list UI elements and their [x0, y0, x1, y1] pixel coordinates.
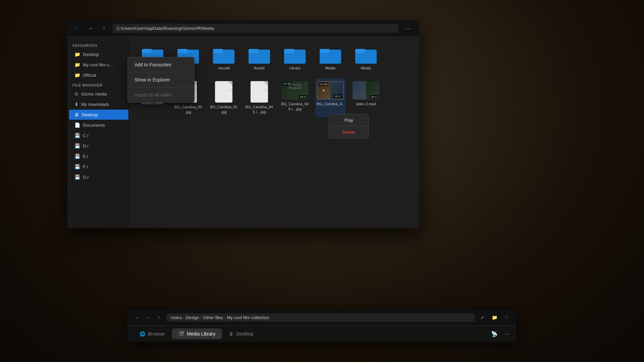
file-label-video2: video 2.mp4 — [356, 102, 376, 106]
sidebar-item-g-drive[interactable]: 💾 G:/ — [69, 172, 128, 182]
f-drive-icon: 💾 — [74, 164, 80, 169]
dropdown-add-favourites[interactable]: Add to Favourites — [128, 57, 194, 72]
sidebar-item-documents[interactable]: 📄 Documents — [69, 120, 128, 130]
more-icon[interactable]: ⋯ — [503, 329, 511, 339]
file-label-bg03: BG_Carolina_03.jpg — [174, 105, 202, 114]
folder-icon-library — [284, 46, 306, 64]
sidebar-item-desktop-fav[interactable]: 📁 Desktop — [69, 49, 128, 59]
taskbar: ← → ↑ Users › Design › Other files › My … — [127, 309, 517, 342]
favourites-label: FAVOURITES — [67, 41, 130, 49]
sidebar-item-d-drive[interactable]: 💾 D:/ — [69, 141, 128, 151]
dropdown-show-explorer[interactable]: Show in Explorer — [128, 72, 194, 87]
breadcrumb-other-files[interactable]: Other files — [203, 315, 223, 320]
video-size-badge-selected: 3.0 Gb — [318, 82, 328, 86]
sidebar-label-cool-film: My cool film c... — [83, 62, 113, 67]
folder-library[interactable]: Library — [280, 44, 310, 73]
breadcrumb-bar: ← → ↑ Users › Design › Other files › My … — [127, 309, 517, 326]
file-bg-carolina-02[interactable]: BG_Carolina_02.jpg — [209, 78, 239, 117]
back-button[interactable]: ← — [72, 24, 82, 33]
sidebar-item-cool-film[interactable]: 📁 My cool film c... — [69, 60, 128, 70]
c-drive-icon: 💾 — [74, 133, 80, 138]
content-area: FAVOURITES 📁 Desktop 📁 My cool film c...… — [67, 37, 419, 228]
context-delete-button[interactable]: Delete — [329, 126, 369, 138]
more-options-button[interactable]: ⋯ — [402, 23, 414, 34]
sidebar-label-e-drive: E:/ — [83, 154, 88, 159]
sidebar-label-c-drive: C:/ — [83, 133, 89, 138]
breadcrumb-forward-button[interactable]: → — [144, 313, 153, 322]
file-manager-label: FILE MANAGER — [67, 80, 130, 88]
video-time-selected: 35:17 — [334, 95, 342, 98]
breadcrumb-my-cool-film[interactable]: My cool film collection — [227, 315, 269, 320]
file-label-bg045: BG_Carolina_045 l....jpg — [246, 105, 273, 114]
folder-icon-media1 — [320, 46, 341, 64]
file-manager-window: ← → ↑ C:\Users\User\AppData\Roaming\Gizm… — [67, 20, 419, 228]
tab-bar: 🌐 Browser 🎬 Media Library 🖥 Desktop 📡 ⋯ — [127, 326, 517, 342]
sidebar-item-e-drive[interactable]: 💾 E:/ — [69, 151, 128, 161]
sidebar-item-official[interactable]: 📁 Official — [69, 70, 128, 80]
folder-label-vscode: .vscode — [217, 66, 230, 70]
sidebar-label-d-drive: D:/ — [83, 143, 89, 148]
tab-desktop[interactable]: 🖥 Desktop — [222, 328, 260, 339]
folder-assets[interactable]: Assets — [244, 44, 274, 73]
breadcrumb-folder-icon[interactable]: 📁 — [490, 313, 499, 322]
sidebar-label-gizmo-media: Gizmo media — [81, 92, 107, 97]
sidebar-label-official: Official — [83, 73, 96, 78]
video-thumbnail-selected: ▶ 3.0 Gb 35:17 — [317, 81, 344, 100]
breadcrumb-expand-icon[interactable]: ⤢ — [478, 313, 487, 322]
tab-browser[interactable]: 🌐 Browser — [133, 328, 172, 339]
video-thumbnail-video2: 35:17 — [353, 81, 379, 100]
folder-label-media1: Media — [325, 66, 335, 70]
file-label-bg-selected: BG_Carolina_4... — [317, 102, 344, 111]
browser-tab-label: Browser — [148, 331, 165, 337]
file-label-bg049: BG_Carolina_049 l....jpg — [281, 102, 309, 111]
file-bg-carolina-049[interactable]: OFFICIALTRAILER 3.0 Gb 35:17 BG_Carolina… — [280, 78, 310, 117]
folder-vscode[interactable]: .vscode — [209, 44, 239, 73]
folder-label-library: Library — [289, 66, 301, 70]
desktop-tab-icon: 🖥 — [229, 331, 233, 337]
media-library-tab-label: Media Library — [187, 331, 215, 337]
breadcrumb-back-button[interactable]: ← — [133, 313, 142, 322]
forward-button[interactable]: → — [86, 24, 95, 33]
context-play-button[interactable]: Play — [329, 114, 369, 126]
desktop-icon: 🖥 — [74, 112, 79, 117]
sidebar-label-desktop-fav: Desktop — [83, 52, 99, 57]
folder-media2[interactable]: Media — [351, 44, 381, 73]
file-label-bg02: BG_Carolina_02.jpg — [210, 105, 237, 114]
folder-icon-assets — [249, 46, 270, 64]
file-bg-carolina-4-selected[interactable]: ▶ 3.0 Gb 35:17 BG_Carolina_4... — [315, 78, 345, 117]
file-context-menu: Play Delete — [329, 114, 369, 138]
video-time-049: 35:17 — [299, 95, 308, 99]
sidebar-item-f-drive[interactable]: 💾 F:/ — [69, 162, 128, 172]
breadcrumb-path[interactable]: Users › Design › Other files › My cool f… — [166, 313, 475, 322]
breadcrumb-icons: ⤢ 📁 ♡ — [478, 313, 511, 322]
sidebar-item-my-downloads[interactable]: ⬇ My downloads — [69, 99, 128, 109]
sidebar-item-desktop[interactable]: 🖥 Desktop — [69, 110, 128, 120]
breadcrumb-up-button[interactable]: ↑ — [154, 313, 164, 322]
sidebar-item-gizmo-media[interactable]: ⊙ Gizmo media — [69, 89, 128, 99]
sidebar-item-c-drive[interactable]: 💾 C:/ — [69, 130, 128, 140]
folder-media1[interactable]: Media — [315, 44, 345, 73]
tab-media-library[interactable]: 🎬 Media Library — [172, 328, 222, 339]
video-size-badge-049: 3.0 Gb — [282, 82, 292, 85]
up-button[interactable]: ↑ — [99, 24, 109, 33]
breadcrumb-users[interactable]: Users — [170, 315, 182, 320]
file-bg-carolina-045[interactable]: BG_Carolina_045 l....jpg — [244, 78, 274, 117]
sidebar-label-g-drive: G:/ — [83, 175, 89, 180]
sidebar-label-f-drive: F:/ — [83, 164, 88, 169]
sidebar-label-my-downloads: My downloads — [81, 102, 109, 107]
file-video2[interactable]: 35:17 video 2.mp4 — [351, 78, 381, 117]
breadcrumb-design[interactable]: Design — [186, 315, 199, 320]
downloads-icon: ⬇ — [74, 102, 78, 107]
g-drive-icon: 💾 — [74, 174, 80, 180]
documents-icon: 📄 — [74, 122, 80, 128]
sidebar-label-desktop: Desktop — [82, 112, 98, 117]
file-icon-bg045 — [251, 81, 268, 103]
breadcrumb-heart-icon[interactable]: ♡ — [502, 313, 511, 322]
address-bar[interactable]: C:\Users\User\AppData\Roaming\GizmoVR\Me… — [113, 24, 398, 33]
antenna-icon[interactable]: 📡 — [490, 329, 499, 339]
desktop-tab-label: Desktop — [236, 331, 253, 337]
tab-right-icons: 📡 ⋯ — [490, 329, 511, 339]
breadcrumb-nav: ← → ↑ — [133, 313, 164, 322]
gizmo-media-icon: ⊙ — [74, 91, 78, 97]
folder-icon-cool-film: 📁 — [74, 62, 80, 67]
